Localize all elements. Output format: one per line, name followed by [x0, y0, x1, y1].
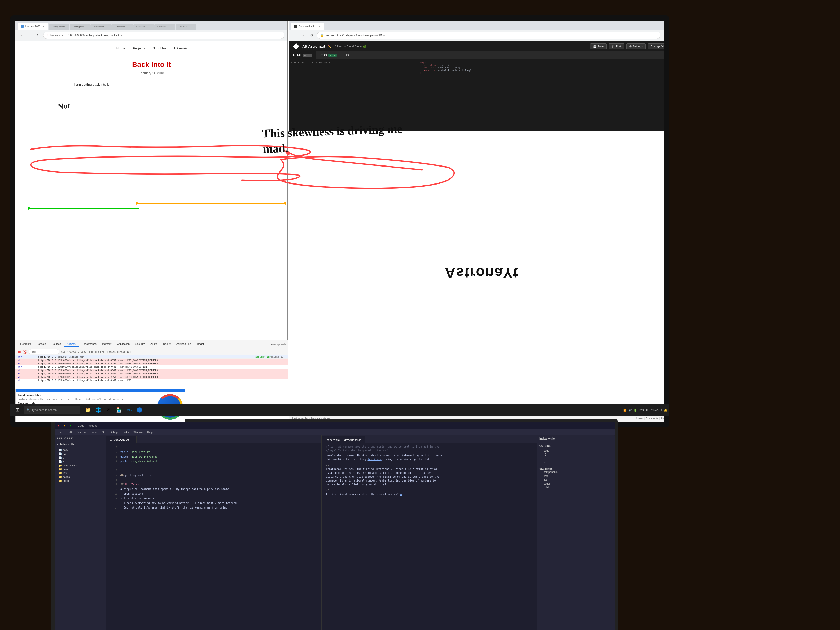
section-data[interactable]: data	[539, 474, 613, 478]
tab-rich[interactable]: richtechie...	[133, 24, 154, 30]
tab-localhost[interactable]: localhost:9000 ×	[17, 23, 48, 30]
section-public[interactable]: public	[539, 486, 613, 489]
html-panel-tab[interactable]: HTML HTML	[289, 52, 316, 59]
tree-item-p[interactable]: 📄p	[55, 456, 106, 459]
dt-security[interactable]: Security	[133, 341, 147, 347]
tab-close-btn[interactable]: ×	[42, 24, 45, 28]
js-code-content[interactable]	[546, 59, 664, 131]
nav-projects[interactable]: Projects	[133, 46, 145, 50]
tab-follow[interactable]: Follow to...	[155, 24, 175, 30]
project-root[interactable]: ▼ index.while	[55, 442, 106, 447]
save-btn[interactable]: 💾 Save	[590, 44, 606, 49]
tree-item-a[interactable]: 📄a	[55, 459, 106, 464]
editor-tab-index[interactable]: index.while ←	[106, 436, 137, 443]
js-panel-tab[interactable]: JS	[341, 52, 353, 59]
traffic-red[interactable]: ●	[58, 424, 60, 428]
center-tab-index[interactable]: index.while ← davidBaker.js	[322, 436, 365, 443]
settings-btn[interactable]: ⚙ Settings	[627, 44, 646, 49]
menu-debug[interactable]: Debug	[108, 430, 119, 434]
tray-notifications-icon[interactable]: 🔔	[664, 409, 667, 412]
tree-item-h2[interactable]: 📄h2	[55, 452, 106, 456]
nav-scribbles[interactable]: Scribbles	[153, 46, 166, 50]
dt-performance[interactable]: Performance	[79, 341, 99, 347]
taskbar-pinned-icons: 📁 🌐 ✉ 🏪 VS 🔵	[84, 405, 144, 415]
tree-item-pages[interactable]: 📁pages	[55, 475, 106, 479]
local-overrides-desc: Emulate changes that you make locally at…	[18, 398, 126, 400]
dt-application[interactable]: Application	[115, 341, 132, 347]
taskbar-icon-code[interactable]: VS	[125, 405, 134, 415]
tab-notif[interactable]: Notification...	[91, 24, 112, 30]
refresh-btn[interactable]: ↻	[35, 32, 41, 38]
fork-btn[interactable]: 🍴 Fork	[609, 44, 624, 49]
back-btn[interactable]: ‹	[19, 32, 25, 38]
outline-item-a[interactable]: a	[539, 460, 613, 464]
tree-item-body[interactable]: 📄body	[55, 448, 106, 452]
menu-view[interactable]: View	[90, 430, 99, 434]
menu-window[interactable]: Window	[131, 430, 145, 434]
dt-redux[interactable]: Redux	[161, 341, 173, 347]
js-code-panel	[546, 59, 664, 131]
dt-console[interactable]: Console	[34, 341, 49, 347]
traffic-green[interactable]: ●	[70, 424, 71, 428]
dt-memory[interactable]: Memory	[99, 341, 114, 347]
change-view-btn[interactable]: Change View	[648, 44, 664, 49]
tab-altastronaut[interactable]: Back Into It - S... ×	[291, 23, 324, 30]
css-panel-tab[interactable]: CSS 36:30	[316, 52, 341, 59]
tree-item-components[interactable]: 📁components	[55, 464, 106, 467]
dt-network[interactable]: Network	[64, 341, 79, 347]
forward-btn-right[interactable]: ›	[300, 32, 306, 38]
section-components[interactable]: components	[539, 470, 613, 474]
traffic-yellow[interactable]: ●	[63, 424, 65, 428]
left-browser-pane: localhost:9000 × Configurations Testing …	[16, 21, 288, 422]
menu-go[interactable]: Go	[100, 430, 107, 434]
back-btn-right[interactable]: ‹	[292, 32, 298, 38]
taskbar-icon-chrome[interactable]: 🔵	[135, 405, 144, 415]
html-code-content[interactable]: <img src="" alt="astronaut">	[289, 59, 417, 131]
nav-resume[interactable]: Résumé	[174, 46, 186, 50]
menu-file[interactable]: File	[57, 430, 65, 434]
section-pages[interactable]: pages	[539, 482, 613, 486]
outline-item-h2[interactable]: h2	[539, 453, 613, 456]
tree-item-public[interactable]: 📁public	[55, 479, 106, 483]
dt-clear-btn[interactable]: 🚫	[23, 350, 27, 354]
tab-label: Notification...	[94, 25, 106, 28]
taskbar-icon-edge[interactable]: 🌐	[94, 405, 103, 415]
dt-record-btn[interactable]: ⏺	[17, 350, 21, 354]
windows-start-btn[interactable]: ⊞	[13, 405, 23, 415]
refresh-btn-right[interactable]: ↻	[309, 32, 315, 38]
menu-tasks[interactable]: Tasks	[120, 430, 131, 434]
section-libs[interactable]: libs	[539, 478, 613, 482]
dt-adblock[interactable]: AdBlock Plus	[174, 341, 194, 347]
codepen-address-field[interactable]: 🔒 Secure | https://codepen.io/davidbaker…	[317, 32, 660, 39]
tab-config[interactable]: Configurations	[49, 24, 69, 30]
nav-home[interactable]: Home	[116, 46, 125, 50]
center-text8: Are irrational numbers often the sum of …	[326, 493, 533, 496]
menu-selection[interactable]: Selection	[74, 430, 89, 434]
taskbar-icon-explorer[interactable]: 📁	[84, 405, 93, 415]
tab-dev[interactable]: Dev 6171	[175, 24, 196, 30]
center-editor-content[interactable]: // is that numbers are the grand design …	[322, 443, 537, 630]
outline-item-p[interactable]: p	[539, 456, 613, 460]
network-row: xhr http://10.0.0.139:0000/scribbling/vi…	[16, 359, 288, 362]
dt-elements[interactable]: Elements	[17, 341, 33, 347]
forward-btn[interactable]: ›	[27, 32, 33, 38]
dt-all-label[interactable]: All ▾	[61, 351, 68, 353]
tree-item-data[interactable]: 📁data	[55, 467, 106, 471]
dt-audits[interactable]: Audits	[148, 341, 160, 347]
outline-item-body[interactable]: body	[539, 449, 613, 453]
dt-react[interactable]: React	[194, 341, 207, 347]
menu-help[interactable]: Help	[145, 430, 155, 434]
menu-edit[interactable]: Edit	[65, 430, 74, 434]
dt-sources[interactable]: Sources	[49, 341, 63, 347]
taskbar-search[interactable]: 🔍 Type here to search	[24, 406, 80, 414]
center-comment-text: // is that numbers are the grand design …	[326, 445, 439, 448]
tab-close[interactable]: ×	[317, 24, 321, 28]
tree-item-libs[interactable]: 📁libs	[55, 471, 106, 475]
address-field[interactable]: ⚠ Not secure 10.0.0.139:9000/scribbling-…	[43, 32, 284, 39]
taskbar-icon-store[interactable]: 🏪	[114, 405, 123, 415]
dt-filter-input[interactable]	[28, 349, 60, 354]
tab-testing[interactable]: Testing item...	[70, 24, 91, 30]
tab-alt[interactable]: AltAstronau...	[112, 24, 133, 30]
css-code-content[interactable]: img { text-align: center; font-size: cal…	[417, 59, 546, 131]
taskbar-icon-mail[interactable]: ✉	[104, 405, 113, 415]
